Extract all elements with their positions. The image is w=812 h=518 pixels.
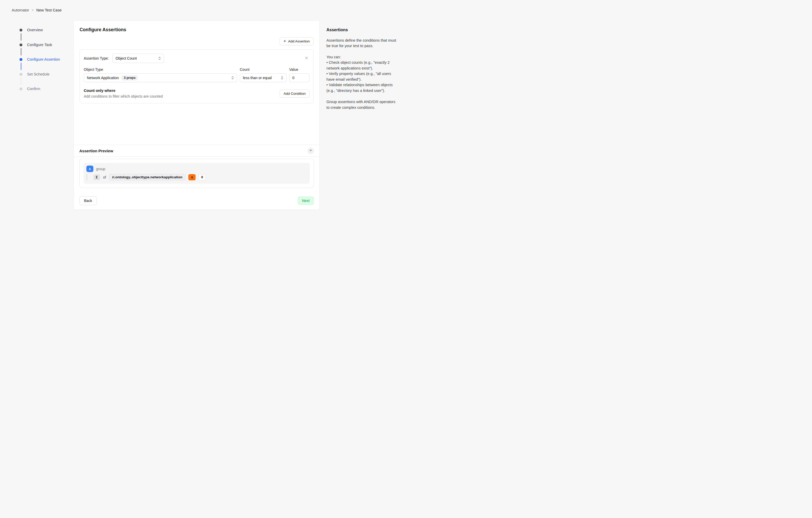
- collapse-preview-button[interactable]: [308, 147, 314, 154]
- comparison-value-chip: 0: [199, 174, 206, 181]
- step-connector: [21, 33, 21, 40]
- step-set-schedule[interactable]: Set Schedule: [20, 72, 74, 87]
- add-assertion-button[interactable]: + Add Assertion: [280, 37, 314, 45]
- help-you-can: You can:: [326, 54, 398, 60]
- sigma-aggregate-badge: Σ: [93, 174, 100, 180]
- of-label: of: [103, 175, 106, 179]
- plus-icon: +: [284, 39, 286, 43]
- object-reference-chip: ri.ontology..objecttype.networkapplicati…: [109, 174, 186, 181]
- count-operator-value: less than or equal: [243, 76, 272, 80]
- help-intro: Assertions define the conditions that mu…: [326, 38, 398, 49]
- count-only-where-row: Count only where Add conditions to filte…: [84, 88, 310, 99]
- assertion-type-label: Assertion Type:: [84, 56, 109, 60]
- value-field: Value: [289, 67, 310, 82]
- assertion-card: Assertion Type: Object Count Object Type: [80, 50, 314, 103]
- step-configure-task[interactable]: Configure Task: [20, 43, 74, 57]
- help-bullet: • Check object counts (e.g., "exactly 2 …: [326, 60, 398, 71]
- breadcrumb: Automator > New Test Case: [0, 0, 406, 20]
- count-only-where-title: Count only where: [84, 88, 163, 93]
- page-title: Configure Assertions: [80, 27, 314, 32]
- breadcrumb-automator[interactable]: Automator: [12, 8, 29, 12]
- object-type-label: Object Type: [84, 67, 237, 72]
- count-only-where-hint: Add conditions to filter which objects a…: [84, 94, 163, 99]
- step-label: Configure Assertion: [27, 57, 60, 61]
- step-connector: [21, 48, 21, 55]
- select-chevrons-icon: [155, 56, 161, 61]
- assertion-type-value: Object Count: [115, 56, 137, 60]
- count-label: Count: [240, 67, 287, 72]
- select-chevrons-icon: [278, 76, 284, 80]
- add-assertion-label: Add Assertion: [288, 39, 310, 43]
- help-bullet: • Verify property values (e.g., "all use…: [326, 71, 398, 82]
- add-condition-button[interactable]: Add Condition: [280, 89, 310, 98]
- step-connector: [21, 63, 21, 70]
- value-label: Value: [289, 67, 310, 72]
- breadcrumb-current-page: New Test Case: [36, 8, 62, 12]
- toolbar-row: + Add Assertion: [80, 37, 314, 45]
- wizard-stepper: Overview Configure Task Configure Assert…: [0, 20, 74, 92]
- spacer: [74, 103, 319, 145]
- help-bullet: • Validate relationships between objects…: [326, 82, 398, 93]
- tree-connector-line: [87, 174, 87, 181]
- assertion-preview-header: Assertion Preview: [74, 145, 319, 157]
- page-layout: Overview Configure Task Configure Assert…: [0, 20, 406, 210]
- help-panel: Assertions Assertions define the conditi…: [320, 20, 398, 110]
- group-label: group: [96, 167, 105, 171]
- step-dot: [20, 44, 22, 46]
- help-footer-note: Group assertions with AND/OR operators t…: [326, 99, 398, 110]
- chevron-down-icon: [309, 148, 312, 153]
- object-type-value: Network Application: [87, 76, 119, 80]
- comparison-operator-chip: ≤: [188, 174, 196, 181]
- step-label: Set Schedule: [27, 72, 50, 76]
- count-value-input[interactable]: [289, 74, 310, 82]
- step-dot: [20, 58, 22, 61]
- step-dot: [20, 73, 22, 76]
- step-label: Confirm: [27, 87, 40, 91]
- assertion-fields-row: Object Type Network Application 3 props …: [84, 67, 310, 82]
- main-panel: Configure Assertions + Add Assertion Ass…: [74, 20, 320, 210]
- preview-box: ∧ group Σ of ri.ontology..objecttype.net…: [79, 159, 314, 188]
- help-panel-title: Assertions: [326, 27, 398, 33]
- step-overview[interactable]: Overview: [20, 28, 74, 43]
- object-type-field: Object Type Network Application 3 props: [84, 67, 237, 82]
- preview-expression-row: Σ of ri.ontology..objecttype.networkappl…: [86, 174, 307, 181]
- content-top: Configure Assertions + Add Assertion: [74, 21, 319, 45]
- select-chevrons-icon: [229, 76, 234, 80]
- step-connector: [21, 78, 21, 85]
- props-count-badge: 3 props: [121, 75, 138, 80]
- count-only-where-text: Count only where Add conditions to filte…: [84, 88, 163, 99]
- close-icon: [304, 56, 309, 61]
- step-label: Configure Task: [27, 43, 52, 47]
- assertion-preview-title: Assertion Preview: [79, 148, 113, 153]
- step-configure-assertion[interactable]: Configure Assertion: [20, 57, 74, 72]
- count-operator-select[interactable]: less than or equal: [240, 74, 287, 82]
- step-confirm[interactable]: Confirm: [20, 86, 74, 92]
- breadcrumb-separator-icon: >: [32, 8, 34, 12]
- back-button[interactable]: Back: [79, 196, 97, 205]
- step-label: Overview: [27, 28, 42, 32]
- object-type-select[interactable]: Network Application 3 props: [84, 74, 237, 82]
- assertion-preview-body: ∧ group Σ of ri.ontology..objecttype.net…: [74, 157, 319, 188]
- assertion-type-row: Assertion Type: Object Count: [84, 54, 310, 63]
- assertion-type-select[interactable]: Object Count: [112, 54, 164, 63]
- step-dot: [20, 29, 22, 31]
- remove-assertion-button[interactable]: [303, 55, 310, 62]
- step-dot: [20, 87, 22, 90]
- wizard-nav-row: Back Next: [74, 188, 319, 210]
- preview-group-row: ∧ group: [86, 166, 307, 172]
- next-button[interactable]: Next: [297, 196, 314, 205]
- count-field: Count less than or equal: [240, 67, 287, 82]
- preview-expression-tree: ∧ group Σ of ri.ontology..objecttype.net…: [84, 163, 310, 184]
- and-operator-badge: ∧: [86, 166, 93, 172]
